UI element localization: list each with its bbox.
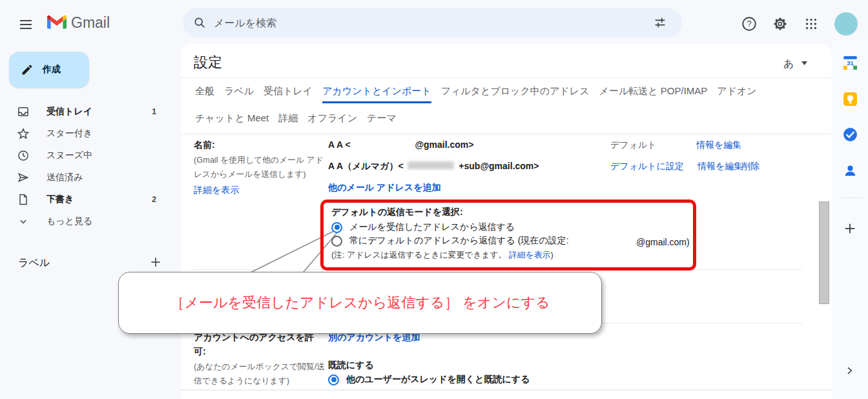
hamburger-menu-icon[interactable] <box>18 17 34 35</box>
sidebar-item-label: スヌーズ中 <box>46 150 156 161</box>
tab-accounts-import[interactable]: アカウントとインポート <box>322 85 431 103</box>
default-badge: デフォルト <box>610 139 657 151</box>
sidebar-item-starred[interactable]: スター付き <box>5 123 165 145</box>
radio-selected-icon[interactable] <box>331 222 342 233</box>
access-note-line2: 信できるようになります) <box>194 376 289 387</box>
edit-info-link-1[interactable]: 情報を編集 <box>696 139 741 151</box>
tab-general[interactable]: 全般 <box>195 85 214 103</box>
keep-icon[interactable] <box>842 91 858 110</box>
pencil-icon <box>21 63 34 76</box>
chevron-down-icon <box>17 215 30 228</box>
top-bar: Gmail ? <box>0 0 868 41</box>
app-title: Gmail <box>71 14 110 32</box>
tab-forwarding[interactable]: メール転送と POP/IMAP <box>599 85 708 103</box>
sidebar-item-label: 受信トレイ <box>46 106 152 118</box>
sidebar-item-label: スター付き <box>46 128 156 139</box>
address1-name: A A < <box>328 139 351 150</box>
radio-unselected-icon[interactable] <box>331 236 342 247</box>
address-row-2: A A（メルマガ）< +sub@gmail.com> <box>328 161 539 172</box>
tab-labels[interactable]: ラベル <box>224 85 254 103</box>
reply-mode-option-2[interactable]: 常にデフォルトのアドレスから返信する (現在の設定: <box>331 235 569 247</box>
page-title: 設定 <box>194 53 222 72</box>
avatar[interactable] <box>834 12 858 36</box>
collapse-panel-icon[interactable] <box>844 365 854 378</box>
compose-button[interactable]: 作成 <box>9 52 89 88</box>
help-icon[interactable]: ? <box>741 15 758 35</box>
name-note-line2: レスからメールを送信します) <box>194 169 306 180</box>
input-tools-button[interactable]: あ <box>783 56 807 71</box>
add-label-icon[interactable] <box>149 256 162 271</box>
sidebar-item-more[interactable]: もっと見る <box>5 210 165 232</box>
address2-name: A A（メルマガ）< <box>328 161 404 171</box>
gmail-logo-icon <box>47 15 67 32</box>
apps-grid-icon[interactable] <box>804 17 818 34</box>
access-label-line2: 可: <box>194 346 206 358</box>
unread-count: 1 <box>152 107 156 116</box>
search-input[interactable] <box>212 8 641 39</box>
search-bar[interactable] <box>183 8 682 37</box>
reply-mode-option-1[interactable]: メールを受信したアドレスから返信する <box>331 221 515 233</box>
settings-panel: 設定 あ 全般 ラベル 受信トレイ アカウントとインポート フィルタとブロック中… <box>181 44 832 399</box>
sidebar-item-inbox[interactable]: 受信トレイ 1 <box>5 101 165 123</box>
details-link[interactable]: 詳細を表示 <box>194 185 239 196</box>
radio-selected-icon[interactable] <box>328 374 339 385</box>
show-details-link[interactable]: 詳細を表示 <box>509 250 550 260</box>
tasks-icon[interactable] <box>842 127 858 145</box>
companion-sidebar: 31 <box>832 41 868 399</box>
mark-read-option[interactable]: 他のユーザーがスレッドを開くと既読にする <box>328 374 530 385</box>
set-default-link[interactable]: デフォルトに設定 <box>610 161 684 172</box>
contacts-icon[interactable] <box>842 163 858 181</box>
address1-domain: @gmail.com> <box>415 139 473 150</box>
current-default-domain: @gmail.com) <box>636 237 690 247</box>
mark-read-label: 既読にする <box>328 360 374 371</box>
sidebar-item-snoozed[interactable]: スヌーズ中 <box>5 145 165 167</box>
annotation-callout: ［メールを受信したアドレスから返信する］ をオンにする <box>118 272 602 334</box>
tab-offline[interactable]: オフライン <box>307 112 357 128</box>
draft-icon <box>17 193 30 206</box>
compose-label: 作成 <box>43 64 61 76</box>
tab-inbox[interactable]: 受信トレイ <box>264 85 313 103</box>
tab-chat-meet[interactable]: チャットと Meet <box>195 112 269 128</box>
redacted-email-blur <box>408 161 454 169</box>
sidebar-item-sent[interactable]: 送信済み <box>5 167 165 189</box>
labels-header: ラベル <box>18 256 50 270</box>
dropdown-arrow-icon <box>801 56 807 68</box>
access-note-line1: (あなたのメールボックスで閲覧/送 <box>194 362 325 373</box>
settings-gear-icon[interactable] <box>772 16 788 34</box>
name-note-line1: (Gmail を使用して他のメール アド <box>194 155 324 166</box>
calendar-day: 31 <box>847 60 853 66</box>
input-tools-label: あ <box>783 58 794 69</box>
search-icon[interactable] <box>193 16 206 32</box>
send-icon <box>17 171 30 184</box>
tab-filters[interactable]: フィルタとブロック中のアドレス <box>441 85 590 103</box>
clock-icon <box>17 149 30 162</box>
settings-tabs-row2: チャットと Meet 詳細 オフライン テーマ <box>195 112 397 128</box>
tab-addons[interactable]: アドオン <box>717 85 756 103</box>
svg-text:?: ? <box>747 19 751 28</box>
tab-themes[interactable]: テーマ <box>367 112 397 128</box>
star-icon <box>17 127 30 140</box>
panel-divider <box>841 198 863 198</box>
get-addons-icon[interactable] <box>843 221 857 238</box>
sidebar-item-drafts[interactable]: 下書き 2 <box>5 189 165 210</box>
sidebar-item-label: もっと見る <box>46 216 156 227</box>
reply-mode-highlight-box: デフォルトの返信モードを選択: メールを受信したアドレスから返信する 常にデフォ… <box>320 200 696 271</box>
reply-mode-note: (注: アドレスは返信するときに変更できます。 詳細を表示) <box>331 250 553 261</box>
annotation-text: ［メールを受信したアドレスから返信する］ をオンにする <box>170 293 550 312</box>
settings-tabs-row1: 全般 ラベル 受信トレイ アカウントとインポート フィルタとブロック中のアドレス… <box>195 85 757 103</box>
address-row-1: A A < @gmail.com> <box>328 139 473 150</box>
draft-count: 2 <box>152 195 156 204</box>
calendar-icon[interactable]: 31 <box>842 55 858 74</box>
name-label: 名前: <box>194 139 215 151</box>
sidebar-item-label: 送信済み <box>46 172 156 183</box>
add-address-link[interactable]: 他のメール アドレスを追加 <box>328 182 441 194</box>
sidebar-item-label: 下書き <box>46 194 152 205</box>
delete-link[interactable]: 削除 <box>741 161 760 172</box>
inbox-icon <box>17 105 30 118</box>
edit-info-link-2[interactable]: 情報を編集 <box>698 161 743 172</box>
tab-advanced[interactable]: 詳細 <box>278 112 298 128</box>
reply-mode-label: デフォルトの返信モードを選択: <box>331 207 463 218</box>
address2-suffix: +sub@gmail.com> <box>459 161 539 171</box>
search-options-icon[interactable] <box>653 15 667 32</box>
scrollbar-thumb[interactable] <box>819 201 829 304</box>
